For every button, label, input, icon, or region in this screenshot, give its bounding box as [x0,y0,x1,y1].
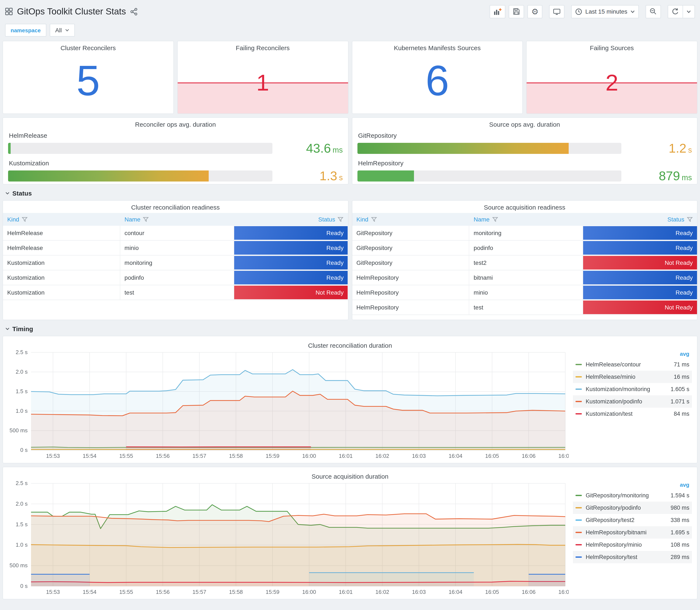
svg-text:15:54: 15:54 [83,453,97,459]
svg-text:16:05: 16:05 [485,453,499,459]
legend-series-label[interactable]: HelmRelease/contour [586,361,674,368]
stat-value-area: 6 [352,41,523,113]
gauge-fill [8,171,209,181]
panel-title[interactable]: Cluster reconciliation readiness [3,200,348,211]
section-header-timing[interactable]: Timing [2,321,698,336]
column-header-name[interactable]: Name [120,216,234,223]
filter-funnel-icon [143,216,149,222]
time-series-plot[interactable]: 15:5315:5415:5515:5615:5715:5815:5916:00… [7,349,569,460]
panel-title[interactable]: Source acquisition readiness [352,200,697,211]
gauge-value-number: 1.3 [320,169,337,183]
column-header-status[interactable]: Status [234,216,348,223]
legend-series-label[interactable]: Kustomization/test [586,411,674,417]
column-header-label: Kind [356,216,368,223]
legend-row: Kustomization/test84 ms [573,408,692,420]
legend-series-avg: 1.594 s [670,492,689,499]
svg-text:16:03: 16:03 [412,453,426,459]
save-dashboard-button[interactable] [509,5,524,18]
tv-icon [553,7,560,15]
panel-title[interactable]: Failing Reconcilers [178,41,348,51]
time-series-plot[interactable]: 15:5315:5415:5515:5615:5715:5815:5916:00… [7,480,569,596]
legend-series-label[interactable]: GitRepository/monitoring [586,492,670,499]
cell-status: Ready [583,241,697,255]
gauge-bar-row: 1.3s [8,169,343,183]
legend-series-label[interactable]: Kustomization/monitoring [586,386,670,392]
cell-status: Ready [583,226,697,240]
table-header-row: KindNameStatus [3,213,348,226]
legend-row: GitRepository/monitoring1.594 s [573,489,692,502]
cell-status: Ready [234,241,348,255]
chart-body: 15:5315:5415:5515:5615:5715:5815:5916:00… [7,480,693,596]
svg-text:15:59: 15:59 [266,589,279,595]
legend-series-dash [575,507,582,509]
table-row: HelmReleaseminioReady [3,241,348,256]
legend-series-label[interactable]: GitRepository/podinfo [586,504,670,511]
svg-text:16:07: 16:07 [558,589,569,595]
svg-text:15:53: 15:53 [46,589,60,595]
gauge-bar-row: 879ms [357,169,692,183]
legend-series-label[interactable]: HelmRepository/bitnami [586,529,670,535]
filter-funnel-icon [492,216,498,222]
grafana-dashboard: GitOps Toolkit Cluster Stats [0,0,700,599]
stat-panel-3: Failing Sources2 [526,41,698,114]
table-row: GitRepositorymonitoringReady [352,226,697,241]
dashboard-grid-icon[interactable] [5,7,13,15]
legend-series-dash [575,495,582,496]
svg-text:16:01: 16:01 [339,589,353,595]
readiness-table: KindNameStatusHelmReleasecontourReadyHel… [3,213,348,300]
section-header-status[interactable]: Status [2,185,698,200]
chart-svg: 15:5315:5415:5515:5615:5715:5815:5916:00… [7,480,569,596]
panel-title[interactable]: Kubernetes Manifests Sources [352,41,523,51]
panel-title[interactable]: Cluster Reconcilers [3,41,174,51]
gauge-value-number: 1.2 [669,141,686,155]
cell-name: monitoring [120,256,234,270]
status-badge: Ready [583,286,697,299]
share-icon[interactable] [130,7,139,16]
stat-panel-2: Kubernetes Manifests Sources6 [352,41,523,114]
legend-series-label[interactable]: HelmRepository/test [586,554,670,560]
legend-row: GitRepository/test2338 ms [573,514,692,526]
time-range-picker[interactable]: Last 15 minutes [571,5,639,18]
cell-kind: HelmRepository [352,300,469,315]
namespace-variable-value[interactable]: All [50,24,75,36]
namespace-variable-label[interactable]: namespace [5,24,46,36]
column-header-kind[interactable]: Kind [352,216,469,223]
panel-title[interactable]: Reconciler ops avg. duration [8,118,343,128]
legend-avg-header[interactable]: avg [573,349,692,358]
cell-kind: Kustomization [3,256,120,270]
cycle-view-mode-button[interactable] [549,5,565,18]
svg-text:15:58: 15:58 [229,589,243,595]
column-header-kind[interactable]: Kind [3,216,120,223]
status-badge: Ready [583,241,697,255]
column-header-label: Name [474,216,490,223]
svg-text:16:04: 16:04 [449,589,462,595]
chart-body: 15:5315:5415:5515:5615:5715:5815:5916:00… [7,349,693,460]
status-badge: Not Ready [234,286,348,299]
legend-series-label[interactable]: GitRepository/test2 [586,517,670,523]
cell-name: minio [469,285,583,300]
panel-title[interactable]: Cluster reconciliation duration [7,339,693,349]
cell-kind: GitRepository [352,226,469,240]
bar-gauge-panel-0: Reconciler ops avg. durationHelmRelease4… [2,117,348,184]
table-row: KustomizationmonitoringReady [3,256,348,270]
legend-series-label[interactable]: Kustomization/podinfo [586,398,670,405]
panel-title[interactable]: Source ops avg. duration [357,118,692,128]
dashboard-settings-button[interactable]: ⚙ [527,5,542,18]
variables-row: namespace All [2,20,698,41]
panel-title[interactable]: Source acquisition duration [7,470,693,480]
cell-status: Ready [234,270,348,285]
zoom-out-button[interactable] [646,5,661,18]
legend-series-label[interactable]: HelmRepository/minio [586,542,670,548]
refresh-button[interactable] [668,5,683,18]
gauge-value: 1.2s [628,141,692,156]
panel-title[interactable]: Failing Sources [527,41,697,51]
column-header-status[interactable]: Status [583,216,697,223]
legend-series-avg: 338 ms [670,517,689,523]
legend-avg-header[interactable]: avg [573,480,692,489]
legend-row: Kustomization/monitoring1.605 s [573,383,692,395]
stat-value: 2 [605,71,618,94]
column-header-name[interactable]: Name [469,216,583,223]
refresh-interval-dropdown[interactable] [683,5,695,18]
legend-series-label[interactable]: HelmRelease/minio [586,374,674,380]
add-panel-button[interactable] [490,5,505,18]
